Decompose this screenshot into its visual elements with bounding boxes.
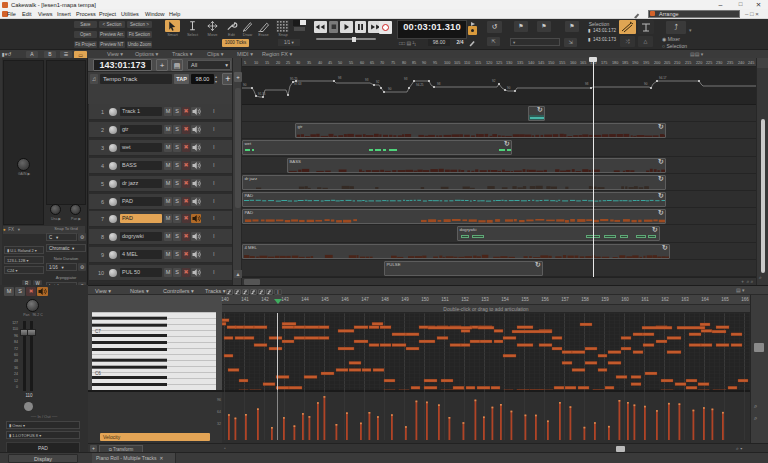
- svg-text:91.35: 91.35: [258, 92, 266, 96]
- svg-text:98: 98: [338, 76, 342, 80]
- svg-text:93: 93: [404, 77, 408, 81]
- svg-text:98: 98: [585, 82, 589, 86]
- svg-text:95.25: 95.25: [290, 77, 298, 81]
- svg-text:C6: C6: [95, 371, 101, 376]
- svg-text:C7: C7: [95, 329, 101, 334]
- svg-text:90: 90: [243, 83, 247, 87]
- svg-text:93: 93: [365, 78, 369, 82]
- svg-text:94.17: 94.17: [659, 76, 667, 80]
- svg-text:97.63: 97.63: [294, 82, 302, 86]
- svg-text:92: 92: [492, 79, 496, 83]
- svg-text:90: 90: [388, 87, 392, 91]
- svg-text:90: 90: [507, 86, 511, 90]
- svg-text:92: 92: [376, 80, 380, 84]
- svg-text:94.25: 94.25: [416, 83, 424, 87]
- svg-text:90: 90: [644, 82, 648, 86]
- svg-text:98: 98: [437, 82, 441, 86]
